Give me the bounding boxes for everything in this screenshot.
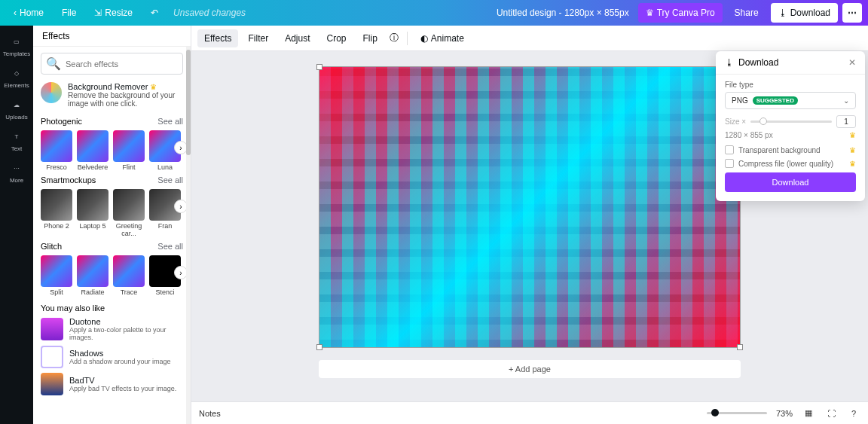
mockup-laptop5[interactable] [77,189,108,221]
mockup-phone2[interactable] [41,189,72,221]
also-like-title: You may also like [41,304,105,313]
file-type-select[interactable]: PNG SUGGESTED ⌄ [725,92,856,109]
info-icon: ⓘ [390,32,399,44]
effect-split[interactable] [41,255,72,287]
design-title[interactable]: Untitled design - 1280px × 855px [497,8,629,18]
zoom-value: 73% [776,409,793,418]
undo-icon: ↶ [151,8,158,18]
rail-text[interactable]: TText [0,125,33,157]
crown-icon: ♛ [849,160,856,168]
tab-flip[interactable]: Flip [356,29,384,47]
tab-crop[interactable]: Crop [320,29,353,47]
chevron-left-icon: ‹ [14,8,17,18]
back-button[interactable]: ‹Home [6,3,51,23]
download-confirm-button[interactable]: Download [725,172,856,192]
fullscreen-button[interactable]: ⛶ [824,407,838,420]
effect-belvedere[interactable] [77,130,108,162]
templates-icon: ▭ [10,35,23,49]
effect-flint[interactable] [113,130,145,162]
rail-uploads[interactable]: ☁Uploads [0,93,33,125]
grid-view-button[interactable]: ▦ [802,407,815,420]
tab-effects[interactable]: Effects [197,29,238,47]
crown-icon: ♛ [646,8,654,18]
bg-remover-icon [41,82,62,103]
help-icon: ? [851,409,856,418]
cat-smartmockups: Smartmockups [41,175,96,185]
download-popover: ⭳ Download ✕ File type PNG SUGGESTED ⌄ S… [716,51,865,201]
effect-radiate[interactable] [77,255,108,287]
effect-fresco[interactable] [41,130,72,162]
also-duotone[interactable]: DuotoneApply a two-color palette to your… [41,317,183,341]
resize-icon: ⇲ [94,8,102,18]
info-button[interactable]: ⓘ [387,32,401,45]
transparent-checkbox[interactable] [725,145,734,154]
more-icon: ⋯ [10,162,23,175]
try-pro-button[interactable]: ♛Try Canva Pro [638,3,723,23]
rail-more[interactable]: ⋯More [0,157,33,188]
animate-button[interactable]: ◐Animate [414,29,471,47]
effect-trace[interactable] [113,255,145,287]
topbar: ‹Home File ⇲Resize ↶ Unsaved changes Unt… [0,0,868,26]
size-slider[interactable] [750,120,832,123]
file-type-label: File type [725,81,856,89]
see-all-photogenic[interactable]: See all [157,117,183,126]
canvas-page[interactable] [319,66,741,348]
rail-templates[interactable]: ▭Templates [0,30,33,62]
cat-glitch: Glitch [41,242,62,251]
effects-panel: Effects 🔍 Background Remover ♛ Remove th… [33,26,191,424]
resize-button[interactable]: ⇲Resize [87,3,140,23]
tab-filter[interactable]: Filter [241,29,275,47]
download-button[interactable]: ⭳Download [771,3,838,23]
status-bar: Notes 73% ▦ ⛶ ? [191,401,868,424]
size-label: Size × [725,117,746,126]
also-shadows[interactable]: ShadowsAdd a shadow around your image [41,346,183,368]
download-icon: ⭳ [778,8,787,18]
crown-icon: ♛ [849,146,856,154]
search-effects[interactable]: 🔍 [41,53,183,75]
crown-icon: ♛ [849,131,856,139]
effects-panel-title: Effects [33,26,191,47]
compress-checkbox[interactable] [725,159,734,168]
zoom-slider[interactable] [707,412,767,414]
download-title: Download [738,57,778,68]
undo-button[interactable]: ↶ [143,3,166,23]
file-menu[interactable]: File [54,3,84,23]
sidepanel-scrollbar[interactable] [186,47,191,424]
cat-photogenic: Photogenic [41,117,82,126]
elements-icon: ◇ [10,67,23,81]
close-icon: ✕ [848,57,856,68]
crown-icon: ♛ [150,83,157,91]
share-button[interactable]: Share [727,3,766,23]
close-button[interactable]: ✕ [848,57,856,68]
grid-icon: ▦ [805,408,812,418]
dimensions-label: 1280 × 855 px [725,131,773,139]
unsaved-label: Unsaved changes [173,8,246,18]
search-icon: 🔍 [46,56,61,71]
image-toolbar: Effects Filter Adjust Crop Flip ⓘ ◐Anima… [191,26,868,51]
also-badtv[interactable]: BadTVApply bad TV effects to your image. [41,373,183,395]
fullscreen-icon: ⛶ [827,409,836,418]
chevron-down-icon: ⌄ [843,96,849,105]
uploads-icon: ☁ [10,99,23,112]
more-button[interactable]: ⋯ [842,3,862,23]
rail-elements[interactable]: ◇Elements [0,62,33,93]
tab-adjust[interactable]: Adjust [278,29,316,47]
mockup-greeting[interactable] [113,189,145,221]
size-value[interactable]: 1 [836,115,856,128]
download-icon: ⭳ [725,57,734,68]
search-input[interactable] [66,59,178,69]
help-button[interactable]: ? [847,407,860,420]
bg-remover-card[interactable]: Background Remover ♛ Remove the backgrou… [41,82,183,108]
see-all-glitch[interactable]: See all [157,242,183,251]
add-page-button[interactable]: + Add page [319,360,741,378]
text-icon: T [10,130,23,144]
suggested-badge: SUGGESTED [753,96,798,105]
notes-button[interactable]: Notes [199,409,221,418]
nav-rail: ▭Templates ◇Elements ☁Uploads TText ⋯Mor… [0,26,33,424]
see-all-smartmockups[interactable]: See all [157,175,183,185]
animate-icon: ◐ [420,33,428,44]
